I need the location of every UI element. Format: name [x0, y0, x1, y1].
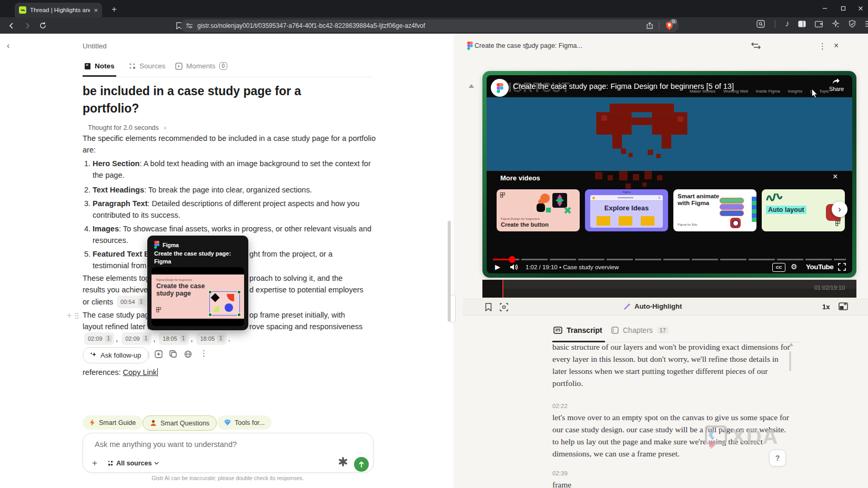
menu-icon[interactable]: [865, 21, 868, 27]
transcript-line[interactable]: dimensions, we can use a frame preset.: [552, 449, 779, 459]
tab-moments[interactable]: Moments 0: [175, 62, 227, 70]
all-sources-selector[interactable]: All sources: [107, 460, 159, 467]
window-minimize-button[interactable]: [822, 5, 828, 12]
timeline-playhead[interactable]: [502, 280, 503, 298]
play-button[interactable]: ▶: [495, 263, 500, 271]
doc-back-button[interactable]: ‹: [7, 41, 9, 50]
timestamp-chip[interactable]: 02:091: [84, 332, 114, 345]
channel-avatar[interactable]: [491, 79, 509, 97]
answer-intro: The specific elements recommended to be …: [83, 133, 376, 156]
send-button[interactable]: [354, 457, 369, 472]
brave-shield-icon[interactable]: 11: [665, 22, 673, 30]
panel-collapse-arrow-icon[interactable]: [469, 84, 474, 88]
tab-sources[interactable]: Sources: [129, 62, 166, 70]
video-link-tooltip[interactable]: Figma Create the case study page: Figma …: [147, 236, 248, 330]
toolbar-right-icons: | ♪: [756, 19, 868, 28]
captions-button[interactable]: CC: [772, 263, 785, 272]
browser-tab[interactable]: Thread | Highlights and Annotati ×: [15, 3, 102, 17]
window-close-button[interactable]: [857, 5, 864, 12]
reload-button[interactable]: [39, 22, 47, 29]
drag-handle-icon[interactable]: [75, 312, 79, 319]
tab-chapters[interactable]: Chapters 17: [611, 326, 669, 334]
panel-close-icon[interactable]: ×: [834, 41, 839, 50]
panel-menu-icon[interactable]: ⋮: [819, 42, 826, 51]
search-tabs-icon[interactable]: [756, 20, 765, 28]
transcript-line[interactable]: every layer in this lesson. but don't wo…: [552, 354, 779, 364]
panel-resize-handle[interactable]: [450, 294, 456, 323]
lightning-icon: [89, 419, 95, 426]
url-bar[interactable]: gistr.so/nolenjay001/t/03595347-a764-40f…: [180, 19, 679, 32]
timestamp-chip[interactable]: 18:051: [159, 332, 189, 345]
thumb-title: Create the casestudy page: [156, 282, 205, 297]
settings-gear-icon[interactable]: ⚙: [791, 262, 798, 271]
transcript-line[interactable]: later lessons when we start putting toge…: [552, 367, 779, 376]
more-options-icon[interactable]: ⋮: [200, 349, 208, 358]
smart-questions-chip[interactable]: Smart Questions: [143, 415, 217, 431]
highlight-timeline[interactable]: 01:02/19:10: [482, 280, 856, 298]
site-settings-icon[interactable]: [186, 23, 193, 29]
tab-moments-label: Moments: [186, 62, 216, 70]
active-transcript-underline: [552, 341, 605, 342]
transcript-line[interactable]: frame: [552, 480, 779, 488]
expand-selector-icon[interactable]: [524, 43, 529, 50]
transcript-scrollbar-thumb[interactable]: [789, 351, 791, 371]
tools-chip[interactable]: Tools for...: [217, 415, 271, 430]
youtube-player[interactable]: SHORTCUT Create the case study page: Fig…: [487, 75, 852, 273]
globe-icon[interactable]: [184, 350, 192, 358]
music-icon[interactable]: ♪: [785, 19, 789, 28]
video-share-overlay[interactable]: Share: [829, 78, 844, 92]
more-videos-close-icon[interactable]: ×: [833, 172, 837, 181]
thought-duration[interactable]: Thought for 2.0 seconds ›: [88, 124, 166, 131]
copy-link-button[interactable]: Copy Link: [123, 368, 157, 377]
auto-highlight-toggle[interactable]: Auto-Highlight: [623, 302, 682, 310]
suggested-video-card[interactable]: Figma Design for beginners Create the bu…: [497, 189, 580, 231]
chapter-name[interactable]: Case study overview: [563, 264, 619, 270]
bookmark-moment-icon[interactable]: [485, 303, 492, 311]
swap-panels-icon[interactable]: [751, 42, 761, 50]
leo-ai-icon[interactable]: [832, 20, 840, 28]
add-block-icon[interactable]: +: [67, 311, 72, 320]
window-maximize-button[interactable]: [840, 5, 846, 12]
add-to-note-icon[interactable]: [155, 350, 163, 358]
video-progress-bar[interactable]: [493, 259, 846, 260]
youtube-logo[interactable]: YouTube: [806, 263, 833, 271]
ask-followup-button[interactable]: Ask follow-up: [83, 347, 148, 363]
wallet-icon[interactable]: [815, 21, 823, 27]
timestamp-chip[interactable]: 18:051: [196, 332, 226, 345]
suggested-video-card[interactable]: Figma ≡ Explore Ideas: [585, 189, 668, 231]
transcript-timestamp[interactable]: 02:39: [552, 470, 568, 476]
sparkle-icon: [90, 352, 97, 359]
share-page-icon[interactable]: [646, 22, 653, 29]
playback-speed-button[interactable]: 1x: [822, 303, 830, 311]
back-button[interactable]: [7, 22, 16, 30]
tab-notes[interactable]: Notes: [84, 62, 115, 70]
block-handles[interactable]: +: [67, 311, 79, 320]
transcript-line[interactable]: basic structure of our layers and won't …: [552, 342, 779, 352]
auto-highlight-label: Auto-Highlight: [634, 302, 682, 310]
tooltip-thumbnail: Figma Design for beginners Create the ca…: [152, 267, 244, 326]
new-tab-button[interactable]: +: [112, 5, 117, 14]
suggested-video-card[interactable]: Smart animatewith Figma Figma for Edu: [673, 189, 756, 231]
transcript-line[interactable]: let's move over to an empty spot on the …: [552, 413, 779, 422]
rewards-shield-icon[interactable]: [849, 20, 856, 28]
fullscreen-icon[interactable]: [838, 263, 846, 271]
screenshot-icon[interactable]: [500, 303, 508, 311]
timestamp-chip[interactable]: 02:091: [122, 332, 152, 345]
chat-input[interactable]: [94, 440, 348, 449]
carousel-next-button[interactable]: ›: [832, 201, 847, 217]
attach-button[interactable]: +: [92, 458, 97, 469]
timestamp-chip[interactable]: 00:541: [117, 296, 147, 308]
sidebar-icon[interactable]: [798, 21, 806, 27]
help-button[interactable]: ?: [769, 450, 786, 466]
transcript-scroll-up-icon[interactable]: [789, 343, 793, 346]
smart-guide-chip[interactable]: Smart Guide: [83, 415, 143, 430]
forward-button[interactable]: [23, 22, 32, 30]
transcript-timestamp[interactable]: 02:22: [552, 403, 568, 409]
transcript-line[interactable]: portfolio.: [552, 379, 779, 388]
pip-expand-icon[interactable]: [839, 302, 848, 310]
tab-close-icon[interactable]: ×: [94, 6, 98, 14]
copy-icon[interactable]: [169, 350, 177, 358]
volume-icon[interactable]: [510, 263, 519, 271]
tab-transcript[interactable]: Transcript: [553, 326, 602, 334]
openai-model-icon[interactable]: [338, 457, 348, 466]
